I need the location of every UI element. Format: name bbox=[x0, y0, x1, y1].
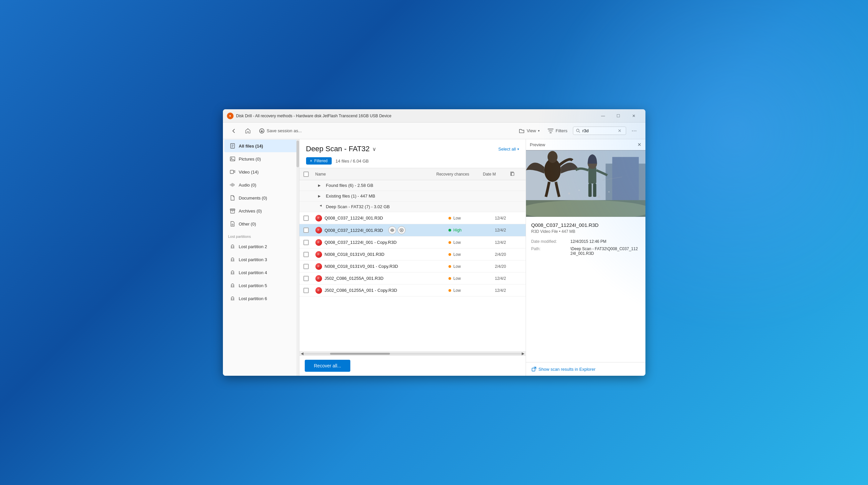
select-all-checkbox[interactable] bbox=[303, 172, 309, 177]
sidebar-item-video[interactable]: Video (14) bbox=[224, 166, 298, 178]
r3d-file-icon bbox=[315, 287, 322, 294]
r3d-file-icon bbox=[315, 215, 322, 222]
row-7-checkbox[interactable] bbox=[303, 288, 309, 293]
select-all-button[interactable]: Select all ▾ bbox=[498, 147, 519, 151]
row-4-checkbox[interactable] bbox=[303, 252, 309, 257]
row-2-checkbox[interactable] bbox=[303, 228, 309, 233]
other-icon bbox=[229, 221, 236, 227]
scroll-left-button[interactable]: ◀ bbox=[301, 351, 303, 355]
file-7-date: 12/4/2 bbox=[495, 288, 522, 293]
scan-title-chevron[interactable]: ∨ bbox=[372, 146, 376, 152]
row-3-checkbox[interactable] bbox=[303, 240, 309, 245]
svg-point-17 bbox=[233, 285, 234, 286]
sidebar-item-lost-partition-6[interactable]: Lost partition 6 bbox=[224, 292, 298, 305]
close-button[interactable]: ✕ bbox=[626, 111, 642, 121]
recovery-dot-low bbox=[448, 277, 451, 280]
minimize-button[interactable]: — bbox=[595, 111, 611, 121]
file-5-name: N008_C018_0131V0_001 - Copy.R3D bbox=[325, 264, 398, 269]
preview-footer: Show scan results in Explorer bbox=[526, 362, 645, 376]
sidebar-item-all-files[interactable]: All files (14) bbox=[224, 140, 298, 152]
sidebar: All files (14) Pictures (0) Video (14) A… bbox=[223, 139, 300, 376]
scan-title-text: Deep Scan - FAT32 bbox=[306, 145, 370, 153]
back-button[interactable] bbox=[228, 126, 240, 136]
table-body: ▶ Found files (6) - 2.58 GB ▶ Existing f… bbox=[300, 180, 526, 351]
home-button[interactable] bbox=[242, 126, 253, 136]
filtered-badge[interactable]: × Filtered bbox=[306, 157, 332, 165]
all-files-label: All files (14) bbox=[239, 144, 263, 148]
lost-partition-2-label: Lost partition 2 bbox=[239, 244, 267, 249]
recovery-dot-low bbox=[448, 241, 451, 244]
file-1-recovery: Low bbox=[454, 216, 461, 221]
sidebar-item-lost-partition-4[interactable]: Lost partition 4 bbox=[224, 266, 298, 279]
info-action-button[interactable] bbox=[398, 226, 406, 234]
svg-rect-20 bbox=[512, 173, 514, 175]
plus-circle-icon bbox=[400, 228, 404, 232]
sidebar-item-other[interactable]: Other (0) bbox=[224, 218, 298, 230]
table-row[interactable]: J502_C086_01255A_001 - Copy.R3D Low 12/4… bbox=[300, 284, 526, 296]
preview-title: Preview bbox=[530, 142, 545, 147]
svg-point-9 bbox=[232, 224, 233, 225]
path-val: \Deep Scan - FAT32\Q008_C037_11224I_001.… bbox=[570, 247, 640, 256]
audio-label: Audio (0) bbox=[239, 182, 256, 188]
recovery-dot-low bbox=[448, 265, 451, 268]
row-5-checkbox[interactable] bbox=[303, 264, 309, 269]
external-link-icon bbox=[531, 366, 537, 372]
pictures-label: Pictures (0) bbox=[239, 156, 261, 162]
recover-all-button[interactable]: Recover all... bbox=[305, 360, 351, 372]
group-deep-scan[interactable]: ▼ Deep Scan - FAT32 (7) - 3.02 GB bbox=[300, 202, 526, 212]
preview-filename: Q008_C037_11224I_001.R3D bbox=[531, 222, 640, 228]
svg-point-13 bbox=[233, 259, 234, 260]
sidebar-scrollbar[interactable] bbox=[297, 139, 299, 376]
sidebar-item-pictures[interactable]: Pictures (0) bbox=[224, 152, 298, 165]
group-existing-files[interactable]: ▶ Existing files (1) - 447 MB bbox=[300, 191, 526, 202]
download-icon bbox=[259, 128, 265, 134]
file-7-name: J502_C086_01255A_001 - Copy.R3D bbox=[325, 288, 397, 293]
preview-panel: Preview ✕ bbox=[526, 139, 645, 376]
table-row[interactable]: N008_C018_0131V0_001 - Copy.R3D Low 2/4/… bbox=[300, 260, 526, 273]
sidebar-item-lost-partition-2[interactable]: Lost partition 2 bbox=[224, 240, 298, 253]
show-explorer-button[interactable]: Show scan results in Explorer bbox=[531, 366, 595, 372]
lost-partition-6-label: Lost partition 6 bbox=[239, 296, 267, 301]
group-deep-scan-arrow: ▼ bbox=[319, 204, 322, 209]
sidebar-item-lost-partition-5[interactable]: Lost partition 5 bbox=[224, 279, 298, 292]
archive-icon bbox=[229, 208, 236, 214]
table-row[interactable]: Q008_C037_11224I_001.R3D bbox=[300, 224, 526, 236]
table-row[interactable]: J502_C086_01255A_001.R3D Low 12/4/2 bbox=[300, 273, 526, 284]
sidebar-item-documents[interactable]: Documents (0) bbox=[224, 192, 298, 204]
date-modified-key: Date modified: bbox=[531, 239, 568, 244]
main-window: Disk Drill - All recovery methods - Hard… bbox=[223, 109, 645, 376]
svg-point-10 bbox=[231, 246, 232, 247]
main-layout: All files (14) Pictures (0) Video (14) A… bbox=[223, 139, 645, 376]
preview-close-button[interactable]: ✕ bbox=[638, 142, 642, 147]
select-all-label: Select all bbox=[498, 147, 516, 151]
sidebar-item-archives[interactable]: Archives (0) bbox=[224, 204, 298, 217]
horizontal-scrollbar[interactable]: ◀ ▶ bbox=[300, 351, 526, 355]
row-actions bbox=[388, 226, 406, 234]
preview-action-button[interactable] bbox=[388, 226, 396, 234]
home-icon bbox=[245, 128, 251, 134]
group-found-files[interactable]: ▶ Found files (6) - 2.58 GB bbox=[300, 180, 526, 191]
maximize-button[interactable]: ☐ bbox=[611, 111, 626, 121]
filters-button[interactable]: Filters bbox=[545, 126, 570, 136]
table-row[interactable]: Q008_C037_11224I_001.R3D Low 12/4/2 bbox=[300, 212, 526, 224]
preview-image bbox=[526, 150, 645, 217]
scroll-right-button[interactable]: ▶ bbox=[522, 351, 524, 355]
more-menu-button[interactable]: ⋯ bbox=[629, 125, 640, 136]
file-2-recovery: High bbox=[454, 228, 462, 232]
view-button[interactable]: View ▾ bbox=[516, 126, 542, 136]
svg-point-27 bbox=[526, 200, 645, 217]
preview-info: Q008_C037_11224I_001.R3D R3D Video File … bbox=[526, 217, 645, 362]
video-icon bbox=[229, 169, 236, 175]
row-6-checkbox[interactable] bbox=[303, 276, 309, 281]
sidebar-item-audio[interactable]: Audio (0) bbox=[224, 178, 298, 191]
table-row[interactable]: Q008_C037_11224I_001 - Copy.R3D Low 12/4… bbox=[300, 236, 526, 249]
svg-rect-30 bbox=[588, 167, 596, 183]
save-session-button[interactable]: Save session as... bbox=[256, 126, 305, 136]
sidebar-item-lost-partition-3[interactable]: Lost partition 3 bbox=[224, 253, 298, 266]
table-row[interactable]: N008_C018_0131V0_001.R3D Low 2/4/20 bbox=[300, 249, 526, 260]
row-1-checkbox[interactable] bbox=[303, 216, 309, 221]
search-clear-button[interactable]: ✕ bbox=[618, 128, 621, 133]
search-icon bbox=[576, 129, 581, 133]
search-input[interactable] bbox=[583, 128, 616, 133]
r3d-file-icon bbox=[315, 263, 322, 270]
